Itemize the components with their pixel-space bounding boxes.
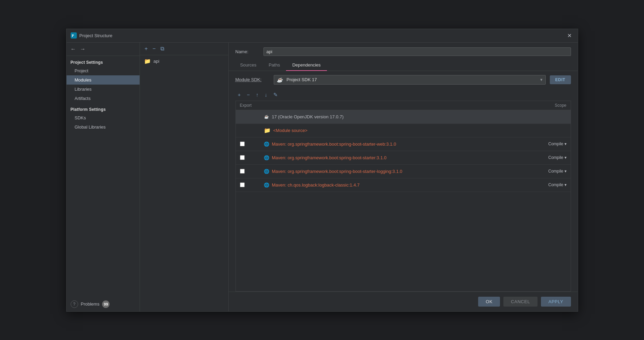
name-label: Name: (235, 49, 259, 54)
sdk-row: Module SDK: ☕ Project SDK 17 ▾ Project S… (229, 71, 578, 89)
problems-label: Problems (81, 301, 100, 307)
scope-dropdown-2[interactable]: Compile ▾ (548, 169, 566, 174)
sidebar-item-artifacts[interactable]: Artifacts (67, 94, 140, 103)
module-toolbar: + − ⧉ (140, 43, 228, 55)
dep-check-2[interactable] (240, 169, 264, 174)
sidebar-item-global-libraries[interactable]: Global Libraries (67, 122, 140, 132)
dependency-row-jdk[interactable]: ☕ 17 (Oracle OpenJDK version 17.0.7) (236, 110, 571, 124)
dependency-table: Export Scope ☕ 17 (Oracle OpenJDK versio… (235, 101, 571, 292)
app-icon: P (71, 32, 77, 39)
module-item-api[interactable]: 📁 api (140, 55, 228, 67)
dep-scope-0[interactable]: Compile ▾ (529, 142, 567, 146)
dependency-row-3[interactable]: 🌐 Maven: ch.qos.logback:logback-classic:… (236, 178, 571, 192)
folder-icon: 📁 (144, 58, 151, 64)
export-header: Export (240, 103, 264, 108)
chevron-scope-icon-0: ▾ (564, 142, 567, 146)
dependency-row-0[interactable]: 🌐 Maven: org.springframework.boot:spring… (236, 137, 571, 151)
sidebar-navigation: ← → (67, 43, 140, 56)
sdk-select-box[interactable]: ☕ Project SDK 17 ▾ Project SDK 17 (274, 75, 546, 85)
apply-button[interactable]: APPLY (541, 297, 571, 307)
dep-scope-3[interactable]: Compile ▾ (529, 182, 567, 187)
dep-scope-1[interactable]: Compile ▾ (529, 155, 567, 160)
dep-check-1[interactable] (240, 155, 264, 160)
main-panel: Name: Sources Paths Dependencies Module … (229, 43, 578, 311)
dependency-row-2[interactable]: 🌐 Maven: org.springframework.boot:spring… (236, 165, 571, 178)
sidebar: ← → Project Settings Project Modules Lib… (67, 43, 140, 311)
dep-checkbox-3[interactable] (240, 182, 245, 187)
java-icon: ☕ (264, 114, 269, 119)
close-button[interactable]: ✕ (565, 32, 574, 40)
dependency-header: Export Scope (236, 101, 571, 110)
project-settings-label: Project Settings (67, 56, 140, 66)
sidebar-item-modules[interactable]: Modules (67, 75, 140, 85)
dialog-footer: OK CANCEL APPLY (229, 292, 578, 311)
chevron-scope-icon-2: ▾ (564, 169, 567, 174)
remove-module-button[interactable]: − (151, 45, 157, 52)
sidebar-item-project[interactable]: Project (67, 66, 140, 75)
add-module-button[interactable]: + (143, 45, 149, 52)
scope-dropdown-0[interactable]: Compile ▾ (548, 142, 566, 146)
module-name-input[interactable] (263, 47, 571, 56)
dep-name-module-source: 📁 <Module source> (264, 127, 529, 134)
dep-name-2: 🌐 Maven: org.springframework.boot:spring… (264, 168, 529, 174)
titlebar: P Project Structure ✕ (67, 29, 578, 43)
dep-checkbox-0[interactable] (240, 142, 245, 146)
dep-name-jdk: ☕ 17 (Oracle OpenJDK version 17.0.7) (264, 114, 529, 119)
dep-checkbox-2[interactable] (240, 169, 245, 174)
dep-name-3: 🌐 Maven: ch.qos.logback:logback-classic:… (264, 182, 529, 188)
name-row: Name: (229, 43, 578, 59)
edit-sdk-button[interactable]: EDIT (550, 75, 571, 84)
sdk-select-wrapper: ☕ Project SDK 17 ▾ Project SDK 17 (274, 75, 546, 85)
maven-icon-2: 🌐 (264, 168, 269, 174)
maven-icon-0: 🌐 (264, 141, 269, 147)
module-name: api (154, 59, 159, 64)
dep-scope-2[interactable]: Compile ▾ (529, 169, 567, 174)
dep-name-0: 🌐 Maven: org.springframework.boot:spring… (264, 141, 529, 147)
forward-button[interactable]: → (80, 45, 86, 53)
tab-paths[interactable]: Paths (262, 60, 286, 71)
edit-dependency-button[interactable]: ✎ (271, 91, 280, 99)
sdk-label: Module SDK: (235, 77, 270, 82)
sidebar-item-libraries[interactable]: Libraries (67, 85, 140, 94)
maven-icon-1: 🌐 (264, 155, 269, 160)
problems-count: 99 (102, 300, 110, 308)
scope-header: Scope (529, 103, 567, 108)
tabs-row: Sources Paths Dependencies (229, 59, 578, 71)
cancel-button[interactable]: CANCEL (503, 297, 538, 307)
platform-settings-label: Platform Settings (67, 103, 140, 113)
add-dependency-button[interactable]: + (235, 91, 243, 99)
tab-dependencies[interactable]: Dependencies (286, 60, 327, 71)
chevron-scope-icon-3: ▾ (564, 182, 567, 187)
scope-dropdown-3[interactable]: Compile ▾ (548, 182, 566, 187)
move-up-button[interactable]: ↑ (254, 91, 261, 99)
sidebar-footer: ? Problems 99 (67, 297, 140, 311)
module-panel: + − ⧉ 📁 api (140, 43, 229, 311)
sidebar-item-sdks[interactable]: SDKs (67, 113, 140, 122)
dep-check-3[interactable] (240, 182, 264, 187)
help-button[interactable]: ? (71, 300, 78, 308)
tab-sources[interactable]: Sources (234, 60, 263, 71)
move-down-button[interactable]: ↓ (262, 91, 270, 99)
dialog-title: Project Structure (80, 33, 565, 38)
content-area: ← → Project Settings Project Modules Lib… (67, 43, 578, 311)
maven-icon-3: 🌐 (264, 182, 269, 188)
project-structure-dialog: P Project Structure ✕ ← → Project Settin… (66, 29, 578, 312)
dep-check-0[interactable] (240, 142, 264, 146)
chevron-scope-icon-1: ▾ (564, 155, 567, 160)
dependency-toolbar: + − ↑ ↓ ✎ (229, 89, 578, 101)
back-button[interactable]: ← (70, 45, 77, 53)
scope-dropdown-1[interactable]: Compile ▾ (548, 155, 566, 160)
dep-checkbox-1[interactable] (240, 155, 245, 160)
dependency-row-module-source[interactable]: 📁 <Module source> (236, 124, 571, 137)
copy-module-button[interactable]: ⧉ (159, 45, 166, 52)
ok-button[interactable]: OK (478, 297, 500, 307)
module-source-folder-icon: 📁 (264, 127, 271, 134)
svg-text:P: P (72, 33, 74, 38)
dependency-row-1[interactable]: 🌐 Maven: org.springframework.boot:spring… (236, 151, 571, 165)
remove-dependency-button[interactable]: − (244, 91, 252, 99)
dep-name-1: 🌐 Maven: org.springframework.boot:spring… (264, 155, 529, 160)
